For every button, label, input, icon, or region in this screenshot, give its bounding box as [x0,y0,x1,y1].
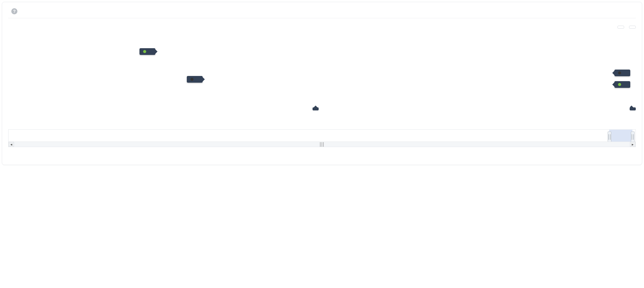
navigator-scrollbar[interactable]: ◄ ||| ► [9,142,635,147]
x-flag-mid [313,107,319,110]
scroll-grip-icon[interactable]: ||| [317,142,327,147]
tooltip-price-end [614,70,630,76]
main-chart[interactable] [8,31,636,122]
tooltip-twb-end [614,81,630,88]
scroll-left-icon[interactable]: ◄ [9,142,14,147]
title-row: ? [8,8,636,18]
tooltip-twb-mid [139,48,155,55]
range-navigator[interactable]: ◄ ||| ► [8,129,636,147]
scroll-right-icon[interactable]: ► [630,142,635,147]
controls-row [8,26,636,29]
navigator-selection[interactable] [609,130,632,142]
to-date-input[interactable] [629,26,636,29]
help-icon[interactable]: ? [11,8,17,14]
from-date-input[interactable] [617,26,624,29]
navigator-handle-right[interactable] [631,131,635,142]
tooltip-price-mid [187,76,203,83]
chart-card: ? [2,2,642,165]
x-flag-end [630,107,636,110]
navigator-handle-left[interactable] [608,131,611,142]
date-range [615,26,636,29]
